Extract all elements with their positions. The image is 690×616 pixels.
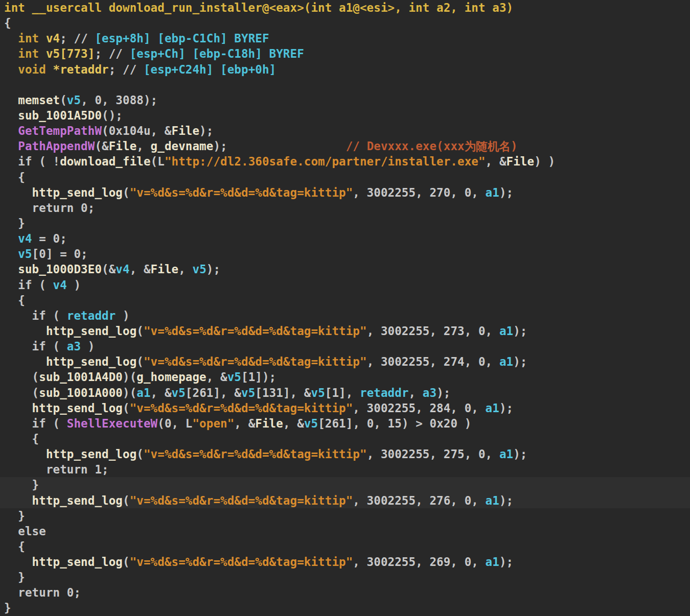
code-line[interactable]: http_send_log("v=%d&s=%d&r=%d&d=%d&tag=k… — [0, 493, 690, 508]
code-token: if ( — [4, 309, 67, 322]
code-line[interactable]: http_send_log("v=%d&s=%d&r=%d&d=%d&tag=k… — [0, 400, 690, 416]
code-token: a3 — [67, 340, 81, 353]
code-token: a1 — [499, 355, 513, 368]
code-token: { — [4, 171, 25, 184]
code-line[interactable]: return 0; — [0, 585, 690, 600]
code-token: ; // — [95, 47, 129, 60]
code-line[interactable]: http_send_log("v=%d&s=%d&r=%d&d=%d&tag=k… — [0, 446, 690, 462]
pseudocode-view[interactable]: int __usercall download_run_installer@<e… — [0, 0, 690, 616]
code-token: ) — [81, 340, 95, 353]
code-token: File — [507, 155, 535, 168]
code-token: { — [4, 432, 39, 445]
code-token: else — [4, 525, 46, 538]
code-token: } — [4, 509, 25, 523]
code-token: v4 — [116, 263, 129, 276]
code-token: a1 — [486, 186, 499, 199]
code-line[interactable]: int v5[773]; // [esp+Ch] [ebp-C18h] BYRE… — [0, 46, 690, 61]
code-line[interactable]: { — [0, 15, 690, 31]
code-token: )( — [123, 370, 136, 384]
code-line[interactable] — [0, 77, 690, 92]
code-line[interactable]: sub_1000D3E0(&v4, &File, v5); — [0, 262, 690, 277]
code-token: , 0, 3088); — [81, 93, 157, 107]
code-token: [esp+Ch] [ebp-C18h] BYREF — [130, 47, 304, 60]
code-line[interactable]: PathAppendW(&File, g_devname); // Devxxx… — [0, 138, 690, 154]
code-line[interactable]: } — [0, 600, 690, 615]
code-line[interactable]: http_send_log("v=%d&s=%d&r=%d&d=%d&tag=k… — [0, 354, 690, 369]
code-token: ( — [123, 555, 130, 568]
code-line[interactable]: { — [0, 431, 690, 446]
code-token: (0x104u, & — [102, 124, 171, 137]
code-line[interactable]: if ( v4 ) — [0, 277, 690, 293]
code-token: http_send_log — [4, 494, 123, 507]
code-token: "v=%d&s=%d&r=%d&d=%d&tag=kittip" — [130, 186, 353, 199]
code-line[interactable]: } — [0, 216, 690, 231]
code-token: v5 — [311, 386, 325, 399]
code-line[interactable]: { — [0, 539, 690, 554]
code-token: retaddr — [360, 386, 409, 399]
code-token: , — [409, 386, 423, 399]
code-line[interactable]: return 0; — [0, 200, 690, 216]
code-line[interactable]: http_send_log("v=%d&s=%d&r=%d&d=%d&tag=k… — [0, 323, 690, 339]
code-token: , & — [206, 370, 227, 384]
code-line[interactable]: GetTempPathW(0x104u, &File); — [0, 123, 690, 138]
code-token: (L — [151, 155, 165, 168]
code-line[interactable]: } — [0, 477, 690, 492]
code-line[interactable]: v4 = 0; — [0, 231, 690, 246]
code-token: ); — [499, 401, 513, 415]
code-line[interactable]: v5[0] = 0; — [0, 246, 690, 262]
code-token: ); — [499, 186, 513, 199]
code-token: ( — [136, 447, 144, 461]
code-token: http_send_log — [4, 401, 123, 415]
code-line[interactable]: if ( retaddr ) — [0, 308, 690, 323]
code-token: } — [4, 601, 11, 614]
code-token: ( — [60, 93, 67, 107]
code-token: "v=%d&s=%d&r=%d&d=%d&tag=kittip" — [130, 494, 353, 507]
code-token: v4 — [39, 32, 60, 45]
code-token: a1 — [499, 324, 513, 338]
code-line[interactable]: http_send_log("v=%d&s=%d&r=%d&d=%d&tag=k… — [0, 185, 690, 200]
code-line[interactable]: int v4; // [esp+8h] [ebp-C1Ch] BYREF — [0, 31, 690, 46]
code-token: ShellExecuteW — [67, 417, 157, 430]
code-token: ); — [213, 139, 346, 153]
code-token: v5 — [172, 386, 186, 399]
code-line[interactable]: else — [0, 524, 690, 539]
code-line[interactable]: sub_1001A5D0(); — [0, 108, 690, 123]
code-token: , & — [151, 386, 172, 399]
code-line[interactable]: (sub_1001A4D0)(g_homepage, &v5[1]); — [0, 369, 690, 385]
code-line[interactable]: } — [0, 508, 690, 524]
code-line[interactable]: if ( ShellExecuteW(0, L"open", &File, &v… — [0, 416, 690, 431]
decompiler-window: int __usercall download_run_installer@<e… — [0, 0, 690, 616]
code-token: v4 — [4, 232, 32, 245]
code-token: a1 — [486, 401, 499, 415]
code-token: (); — [102, 109, 123, 122]
code-token: sub_1001A5D0 — [4, 109, 102, 122]
code-token: [0] = 0; — [32, 247, 88, 260]
code-token: v4 — [53, 278, 67, 292]
code-token: retaddr — [67, 309, 116, 322]
code-line[interactable]: { — [0, 293, 690, 308]
code-token: , 3002255, 270, 0, — [353, 186, 485, 199]
code-token: int — [4, 32, 39, 45]
code-token: File — [172, 124, 200, 137]
code-line[interactable]: http_send_log("v=%d&s=%d&r=%d&d=%d&tag=k… — [0, 554, 690, 570]
code-token: [1], — [325, 386, 360, 399]
code-token: sub_1001A000 — [39, 386, 123, 399]
code-token: http_send_log — [4, 355, 136, 368]
code-token: v5 — [192, 263, 206, 276]
code-token: return 1; — [4, 463, 109, 476]
code-line[interactable]: } — [0, 570, 690, 585]
code-token: sub_1000D3E0 — [4, 263, 102, 276]
code-token: a3 — [423, 386, 436, 399]
code-token: a1 — [486, 494, 499, 507]
code-line[interactable]: int __usercall download_run_installer@<e… — [0, 0, 690, 15]
code-line[interactable]: if ( !download_file(L"http://dl2.360safe… — [0, 154, 690, 169]
code-token: v5 — [4, 247, 32, 260]
code-line[interactable]: (sub_1001A000)(a1, &v5[261], &v5[131], &… — [0, 385, 690, 400]
code-line[interactable]: if ( a3 ) — [0, 339, 690, 354]
code-line[interactable]: return 1; — [0, 462, 690, 477]
code-token: [261], 0, 15) > 0x20 ) — [318, 417, 471, 430]
code-line[interactable]: void *retaddr; // [esp+C24h] [ebp+0h] — [0, 62, 690, 77]
code-line[interactable]: { — [0, 170, 690, 185]
code-line[interactable]: memset(v5, 0, 3088); — [0, 92, 690, 108]
code-token: if ( — [4, 278, 53, 292]
